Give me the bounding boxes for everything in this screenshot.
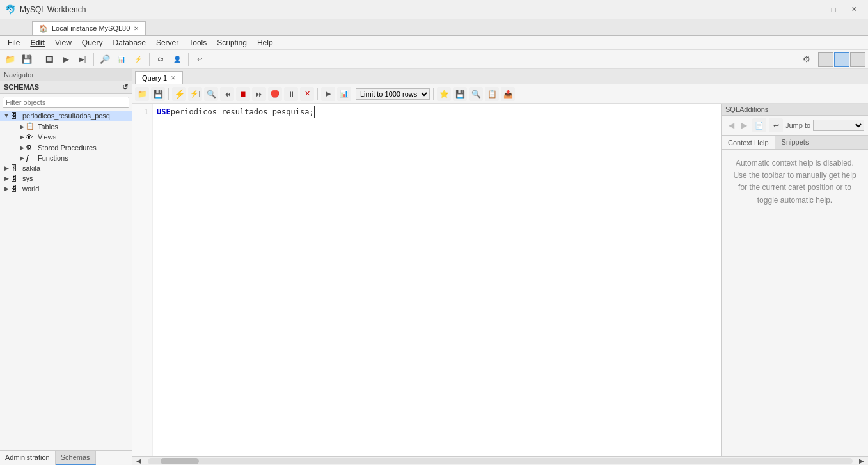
expand-arrow-views: ▶ (18, 134, 26, 140)
app-title: MySQL Workbench (20, 5, 804, 14)
toolbar-extra-btn[interactable]: ↩ (192, 52, 207, 67)
context-help-tab[interactable]: Context Help (722, 136, 775, 149)
help-text-content: Automatic context help is disabled. Use … (733, 159, 856, 205)
world-icon: 🗄 (10, 185, 20, 193)
main-toolbar: 📁 💾 🔲 ▶ ▶| 🔎 📊 ⚡ 🗂 👤 ↩ ⚙ (0, 50, 868, 69)
schemas-label: SCHEMAS (4, 83, 39, 91)
main-area: Navigator SCHEMAS ↺ ▼ 🗄 periodicos_resul… (0, 69, 868, 465)
qt-open-btn[interactable]: 📁 (135, 87, 149, 101)
filter-input[interactable] (3, 97, 129, 108)
menu-file[interactable]: File (3, 37, 25, 49)
menu-tools[interactable]: Tools (184, 37, 212, 49)
layout-btn-1[interactable] (818, 52, 833, 67)
toolbar-settings-btn[interactable]: ⚙ (799, 52, 814, 67)
minimize-button[interactable]: ─ (804, 3, 822, 16)
qt-cancel-btn[interactable]: 🛑 (268, 87, 282, 101)
toolbar-open-btn[interactable]: 📁 (3, 52, 18, 67)
maximize-button[interactable]: □ (825, 3, 842, 16)
qt-export-btn[interactable]: 📤 (501, 87, 515, 101)
qt-stop-execution-btn[interactable]: ⏮ (220, 87, 234, 101)
menu-query[interactable]: Query (77, 37, 108, 49)
toolbar-run-all-btn[interactable]: ▶ (58, 52, 74, 67)
close-button[interactable]: ✕ (845, 3, 863, 16)
qt-formview-btn[interactable]: 📊 (337, 87, 351, 101)
menu-bar: File Edit View Query Database Server Too… (0, 36, 868, 50)
scroll-expand-right[interactable]: ▶ (855, 457, 868, 464)
layout-buttons (818, 52, 865, 67)
qt-stop-btn[interactable]: ⏹ (236, 87, 250, 101)
toolbar-save-btn[interactable]: 💾 (19, 52, 35, 67)
schema-item-sys[interactable]: ▶ 🗄 sys (0, 173, 132, 184)
layout-btn-2[interactable] (834, 52, 849, 67)
sakila-icon: 🗄 (10, 164, 20, 172)
menu-view[interactable]: View (50, 37, 77, 49)
limit-select-area: Limit to 1000 rows (356, 88, 430, 100)
help-text-area: Automatic context help is disabled. Use … (722, 150, 868, 456)
menu-scripting[interactable]: Scripting (212, 37, 252, 49)
scroll-thumb[interactable] (161, 458, 199, 464)
layout-btn-3[interactable] (850, 52, 865, 67)
jump-to-select[interactable] (813, 120, 864, 131)
qt-tableview-btn[interactable]: ▶ (321, 87, 335, 101)
query-tab-label: Query 1 (142, 74, 167, 82)
tree-item-stored-procedures[interactable]: ▶ ⚙ Stored Procedures (0, 142, 132, 153)
schema-item-sakila[interactable]: ▶ 🗄 sakila (0, 163, 132, 173)
schemas-refresh-icon[interactable]: ↺ (122, 83, 128, 91)
toolbar-perf-btn[interactable]: ⚡ (130, 52, 146, 67)
schema-item-periodicos[interactable]: ▼ 🗄 periodicos_resultados_pesq (0, 111, 132, 121)
qt-search-btn[interactable]: 🔍 (469, 87, 483, 101)
nav-prev-btn[interactable]: ◀ (725, 120, 737, 131)
editor-content[interactable]: USE periodicos_resultados_pesquisa; (153, 104, 721, 456)
toolbar-table-btn[interactable]: 🗂 (153, 52, 168, 67)
qt-execute-sel-btn[interactable]: ⚡| (188, 87, 202, 101)
instance-tab[interactable]: 🏠 Local instance MySQL80 ✕ (32, 21, 146, 35)
sql-text-db: periodicos_resultados_pesquisa; (171, 106, 314, 118)
help-toggle-btn[interactable]: ↩ (769, 118, 783, 132)
horizontal-scrollbar[interactable]: ◀ ▶ (132, 456, 868, 465)
qt-pause-btn[interactable]: ⏸ (284, 87, 298, 101)
nav-bottom-tabs: Administration Schemas (0, 450, 132, 465)
qt-explain-btn[interactable]: 🔍 (204, 87, 218, 101)
tree-item-views[interactable]: ▶ 👁 Views (0, 132, 132, 142)
menu-database[interactable]: Database (108, 37, 151, 49)
toolbar-inspect-btn[interactable]: 🔎 (97, 52, 113, 67)
nav-next-btn[interactable]: ▶ (738, 120, 750, 131)
administration-tab[interactable]: Administration (0, 451, 56, 465)
qt-save-result-btn[interactable]: 💾 (453, 87, 467, 101)
snippets-tab[interactable]: Snippets (775, 136, 816, 149)
jump-to-area: ◀ ▶ 📄 ↩ Jump to (722, 116, 868, 136)
qt-copy-btn[interactable]: 📋 (485, 87, 499, 101)
toolbar-sql-btn[interactable]: 🔲 (42, 52, 57, 67)
tree-item-tables[interactable]: ▶ 📋 Tables (0, 121, 132, 132)
menu-edit[interactable]: Edit (25, 37, 50, 49)
toolbar-run-sel-btn[interactable]: ▶| (75, 52, 90, 67)
navigator-label: Navigator (4, 71, 34, 79)
toolbar-users-btn[interactable]: 👤 (170, 52, 185, 67)
qt-execute-btn[interactable]: ⚡ (172, 87, 186, 101)
query-tab[interactable]: Query 1 ✕ (135, 71, 183, 84)
qt-save-btn[interactable]: 💾 (151, 87, 165, 101)
menu-help[interactable]: Help (252, 37, 278, 49)
menu-server[interactable]: Server (151, 37, 184, 49)
world-label: world (22, 185, 39, 193)
tree-item-functions[interactable]: ▶ ƒ Functions (0, 153, 132, 163)
sys-icon: 🗄 (10, 175, 20, 182)
query-tab-close[interactable]: ✕ (171, 75, 176, 81)
toolbar-sep-4 (188, 53, 189, 66)
views-label: Views (38, 133, 56, 141)
scroll-expand-left[interactable]: ◀ (132, 457, 145, 464)
jump-nav: ◀ ▶ (725, 120, 750, 131)
qt-close-btn[interactable]: ✕ (300, 87, 314, 101)
limit-select[interactable]: Limit to 1000 rows (356, 88, 430, 100)
schemas-tab[interactable]: Schemas (56, 451, 96, 465)
qt-bookmark-btn[interactable]: ⭐ (437, 87, 451, 101)
qt-skip-btn[interactable]: ⏭ (252, 87, 266, 101)
functions-label: Functions (38, 154, 68, 162)
instance-tab-close[interactable]: ✕ (134, 25, 139, 32)
help-manual-btn[interactable]: 📄 (752, 118, 766, 132)
schema-item-world[interactable]: ▶ 🗄 world (0, 184, 132, 194)
toolbar-schema-btn[interactable]: 📊 (114, 52, 129, 67)
scroll-track[interactable] (148, 458, 853, 464)
expand-arrow-sakila: ▶ (3, 165, 10, 171)
text-cursor (314, 106, 320, 118)
